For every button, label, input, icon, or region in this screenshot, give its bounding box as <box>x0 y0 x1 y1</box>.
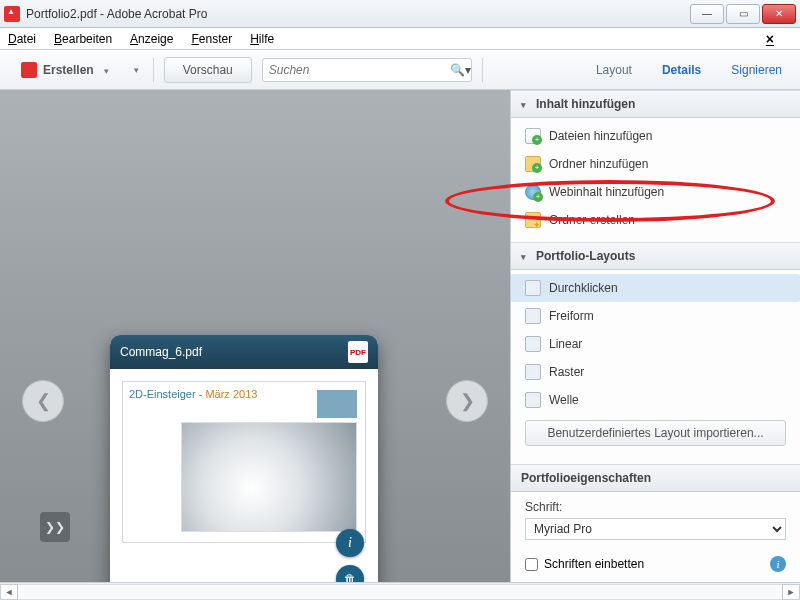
app-icon <box>4 6 20 22</box>
card-header: Commag_6.pdf PDF <box>110 335 378 369</box>
tab-sign[interactable]: Signieren <box>723 57 790 83</box>
next-button[interactable]: ❯ <box>446 380 488 422</box>
font-label: Schrift: <box>525 500 786 514</box>
menu-edit[interactable]: Bearbeiten <box>54 32 112 46</box>
scroll-left-button[interactable]: ◄ <box>0 584 18 600</box>
search-input[interactable] <box>262 58 472 82</box>
doc-close-button[interactable]: × <box>766 31 774 47</box>
layout-icon <box>525 336 541 352</box>
maximize-button[interactable]: ▭ <box>726 4 760 24</box>
new-folder-item[interactable]: Ordner erstellen <box>511 206 800 234</box>
add-folder-item[interactable]: Ordner hinzufügen <box>511 150 800 178</box>
preview-button[interactable]: Vorschau <box>164 57 252 83</box>
layout-icon <box>525 280 541 296</box>
menu-window[interactable]: Fenster <box>191 32 232 46</box>
tab-layout[interactable]: Layout <box>588 57 640 83</box>
add-files-item[interactable]: Dateien hinzufügen <box>511 122 800 150</box>
folder-add-icon <box>525 156 541 172</box>
toolbar: Erstellen ▾ Vorschau 🔍▾ Layout Details S… <box>0 50 800 90</box>
separator <box>153 58 154 82</box>
info-icon[interactable]: i <box>770 556 786 572</box>
binoculars-icon[interactable]: 🔍▾ <box>450 63 471 77</box>
info-button[interactable]: i <box>336 529 364 557</box>
close-button[interactable]: ✕ <box>762 4 796 24</box>
separator <box>482 58 483 82</box>
pdf-icon: PDF <box>348 341 368 363</box>
section-props-header[interactable]: Portfolioeigenschaften <box>511 464 800 492</box>
menu-help[interactable]: Hilfe <box>250 32 274 46</box>
create-icon <box>21 62 37 78</box>
section-content-header[interactable]: Inhalt hinzufügen <box>511 90 800 118</box>
doc-heading: 2D-Einsteiger - <box>129 388 205 400</box>
toolbar-overflow[interactable]: ▾ <box>130 61 143 79</box>
layout-icon <box>525 364 541 380</box>
embed-fonts-label: Schriften einbetten <box>544 557 644 571</box>
folder-new-icon <box>525 212 541 228</box>
menu-view[interactable]: Anzeige <box>130 32 173 46</box>
expand-button[interactable]: ❯❯ <box>40 512 70 542</box>
layout-linear[interactable]: Linear <box>511 330 800 358</box>
embed-fonts-checkbox[interactable] <box>525 558 538 571</box>
layout-clickthrough[interactable]: Durchklicken <box>511 274 800 302</box>
import-layout-button[interactable]: Benutzerdefiniertes Layout importieren..… <box>525 420 786 446</box>
document-thumbnail: 2D-Einsteiger - März 2013 <box>122 381 366 543</box>
minimize-button[interactable]: — <box>690 4 724 24</box>
layout-grid[interactable]: Raster <box>511 358 800 386</box>
file-card[interactable]: Commag_6.pdf PDF 2D-Einsteiger - März 20… <box>110 335 378 582</box>
tab-details[interactable]: Details <box>654 57 709 83</box>
thumb-sideimage <box>317 390 357 418</box>
layout-wave[interactable]: Welle <box>511 386 800 414</box>
layout-freeform[interactable]: Freiform <box>511 302 800 330</box>
scroll-track[interactable] <box>18 584 782 600</box>
window-title: Portfolio2.pdf - Adobe Acrobat Pro <box>26 7 690 21</box>
delete-button[interactable]: 🗑 <box>336 565 364 582</box>
menu-file[interactable]: Datei <box>8 32 36 46</box>
file-add-icon <box>525 128 541 144</box>
layout-icon <box>525 308 541 324</box>
thumb-mainimage <box>181 422 357 532</box>
horizontal-scrollbar[interactable]: ◄ ► <box>0 582 800 600</box>
layout-icon <box>525 392 541 408</box>
search-field[interactable]: 🔍▾ <box>262 58 472 82</box>
menubar: Datei Bearbeiten Anzeige Fenster Hilfe × <box>0 28 800 50</box>
card-filename: Commag_6.pdf <box>120 345 348 359</box>
add-webcontent-item[interactable]: Webinhalt hinzufügen <box>511 178 800 206</box>
window-titlebar: Portfolio2.pdf - Adobe Acrobat Pro — ▭ ✕ <box>0 0 800 28</box>
create-label: Erstellen <box>43 63 94 77</box>
side-panel: Inhalt hinzufügen Dateien hinzufügen Ord… <box>510 90 800 582</box>
doc-heading-date: März 2013 <box>205 388 257 400</box>
scroll-right-button[interactable]: ► <box>782 584 800 600</box>
section-layouts-header[interactable]: Portfolio-Layouts <box>511 242 800 270</box>
prev-button[interactable]: ❮ <box>22 380 64 422</box>
globe-add-icon <box>525 184 541 200</box>
create-button[interactable]: Erstellen <box>10 57 120 83</box>
font-select[interactable]: Myriad Pro <box>525 518 786 540</box>
portfolio-canvas: ❮ ❯ ❯❯ Commag_6.pdf PDF 2D-Einsteiger - … <box>0 90 510 582</box>
chevron-down-icon <box>100 63 109 77</box>
